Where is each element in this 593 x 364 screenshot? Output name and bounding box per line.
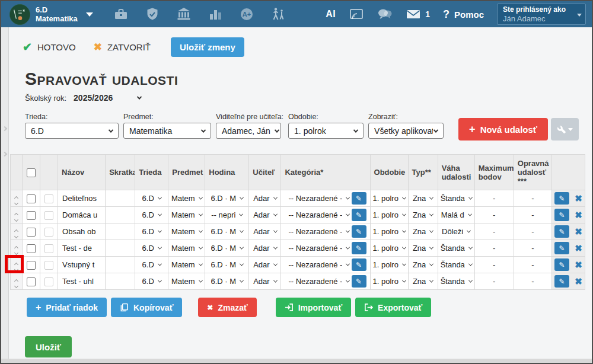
- lesson-select[interactable]: 6.D · M: [211, 227, 244, 236]
- students-icon[interactable]: [270, 7, 286, 22]
- drag-handle[interactable]: [11, 207, 23, 223]
- type-select[interactable]: Zna: [413, 244, 433, 253]
- row-checkbox[interactable]: [27, 244, 36, 253]
- delete-row-icon[interactable]: ✖: [575, 194, 582, 203]
- category-select[interactable]: -- Nezaradené -: [288, 244, 349, 253]
- row-checkbox[interactable]: [27, 211, 36, 220]
- edit-row-button[interactable]: ✎: [554, 225, 569, 238]
- school-year-value[interactable]: 2025/2026: [74, 93, 113, 103]
- edit-row-button[interactable]: ✎: [554, 192, 569, 205]
- period-select[interactable]: 1. polro: [373, 244, 406, 253]
- done-button[interactable]: ✔ HOTOVO: [23, 40, 76, 54]
- type-select[interactable]: Zna: [413, 260, 433, 269]
- teacher-select[interactable]: Adar: [253, 227, 276, 236]
- cast-icon[interactable]: [349, 7, 364, 22]
- event-abbr-input[interactable]: [106, 223, 135, 240]
- drag-handle[interactable]: [11, 223, 23, 240]
- row-checkbox[interactable]: [27, 261, 36, 270]
- event-abbr-input[interactable]: [106, 257, 135, 273]
- event-abbr-input[interactable]: [106, 190, 135, 207]
- class-select[interactable]: 6.D: [142, 260, 161, 269]
- weight-select[interactable]: Štanda: [441, 277, 472, 286]
- school-icon[interactable]: [176, 7, 192, 22]
- weight-select[interactable]: Malá d: [441, 210, 471, 219]
- row-flag-checkbox[interactable]: [44, 228, 53, 237]
- period-select[interactable]: 1. polro: [373, 210, 406, 219]
- subject-select[interactable]: Matem: [171, 227, 202, 236]
- bottom-scrollbar[interactable]: [1, 359, 592, 363]
- class-select[interactable]: 6.D: [142, 210, 161, 219]
- edit-row-button[interactable]: ✎: [554, 275, 569, 288]
- row-flag-checkbox[interactable]: [44, 211, 53, 220]
- save-button[interactable]: Uložiť: [25, 336, 72, 357]
- edit-category-button[interactable]: ✎: [352, 258, 366, 271]
- subject-select[interactable]: Matem: [171, 210, 202, 219]
- grade-a-plus-icon[interactable]: A+: [239, 7, 254, 22]
- briefcase-icon[interactable]: [113, 7, 129, 22]
- row-checkbox[interactable]: [27, 194, 36, 203]
- weight-select[interactable]: Štanda: [441, 194, 472, 203]
- event-abbr-input[interactable]: [106, 273, 135, 290]
- category-select[interactable]: -- Nezaradené -: [288, 194, 349, 203]
- save-changes-button[interactable]: Uložiť zmeny: [171, 37, 244, 57]
- event-name-input[interactable]: Test - uhl: [58, 273, 106, 290]
- new-event-button[interactable]: + Nová udalosť: [458, 118, 548, 141]
- shield-icon[interactable]: [145, 7, 160, 22]
- teacher-select[interactable]: Adar: [253, 260, 276, 269]
- subject-select[interactable]: Matem: [171, 244, 202, 253]
- delete-row-icon[interactable]: ✖: [575, 244, 582, 253]
- edit-category-button[interactable]: ✎: [352, 275, 366, 288]
- weight-select[interactable]: Dôleži: [442, 227, 470, 236]
- edit-row-button[interactable]: ✎: [554, 258, 569, 271]
- drag-handle[interactable]: [11, 240, 23, 257]
- event-name-input[interactable]: Vstupný t: [58, 257, 106, 273]
- weight-select[interactable]: Štanda: [441, 260, 472, 269]
- help-button[interactable]: ? Pomoc: [443, 8, 484, 21]
- lesson-select[interactable]: -- nepri: [211, 210, 243, 219]
- event-abbr-input[interactable]: [106, 240, 135, 257]
- bar-chart-icon[interactable]: [208, 7, 223, 22]
- event-name-input[interactable]: Obsah ob: [58, 223, 106, 240]
- teacher-select[interactable]: Adar: [253, 277, 276, 286]
- period-select[interactable]: 1. polro: [373, 227, 406, 236]
- teacher-select[interactable]: Adar: [253, 210, 276, 219]
- type-select[interactable]: Zna: [413, 194, 433, 203]
- teacher-select[interactable]: Adar: [253, 244, 276, 253]
- edit-row-button[interactable]: ✎: [554, 242, 569, 254]
- row-flag-checkbox[interactable]: [44, 277, 53, 286]
- subject-select[interactable]: Matem: [171, 194, 202, 203]
- class-select[interactable]: 6.D: [142, 244, 161, 253]
- class-select[interactable]: 6.D: [142, 227, 161, 236]
- class-dropdown-caret-icon[interactable]: [86, 12, 93, 17]
- expand-chevron-icon[interactable]: [2, 152, 7, 157]
- filter-teacher-select[interactable]: Adamec, Ján: [216, 123, 281, 139]
- chat-icon[interactable]: [377, 7, 393, 22]
- edit-category-button[interactable]: ✎: [352, 192, 366, 205]
- subject-select[interactable]: Matem: [171, 260, 202, 269]
- row-checkbox[interactable]: [27, 228, 36, 237]
- class-avatar[interactable]: [9, 4, 30, 25]
- row-flag-checkbox[interactable]: [44, 194, 53, 203]
- copy-button[interactable]: Kopírovať: [111, 298, 182, 317]
- edit-row-button[interactable]: ✎: [554, 209, 569, 221]
- row-flag-checkbox[interactable]: [44, 261, 53, 270]
- category-select[interactable]: -- Nezaradené -: [288, 277, 349, 286]
- filter-class-select[interactable]: 6.D: [25, 123, 119, 139]
- select-all-checkbox[interactable]: [27, 168, 36, 177]
- lesson-select[interactable]: 6.D · M: [211, 260, 244, 269]
- type-select[interactable]: Zna: [413, 227, 433, 236]
- class-select[interactable]: 6.D: [142, 194, 161, 203]
- edit-category-button[interactable]: ✎: [352, 242, 366, 254]
- filter-period-select[interactable]: 1. polrok: [288, 123, 364, 139]
- logged-in-user-menu[interactable]: Ste prihlásený ako Ján Adamec: [497, 4, 586, 25]
- lesson-select[interactable]: 6.D · M: [211, 277, 244, 286]
- filter-show-select[interactable]: Všetky aplikovat: [368, 123, 444, 139]
- delete-row-icon[interactable]: ✖: [575, 227, 582, 236]
- add-row-button[interactable]: + Pridať riadok: [27, 298, 107, 317]
- type-select[interactable]: Zna: [413, 277, 433, 286]
- expand-chevron-icon[interactable]: [2, 126, 7, 131]
- settings-wrench-button[interactable]: [551, 118, 579, 141]
- subject-select[interactable]: Matem: [171, 277, 202, 286]
- class-subject-label[interactable]: 6.D Matematika: [36, 5, 78, 23]
- category-select[interactable]: -- Nezaradené -: [288, 210, 349, 219]
